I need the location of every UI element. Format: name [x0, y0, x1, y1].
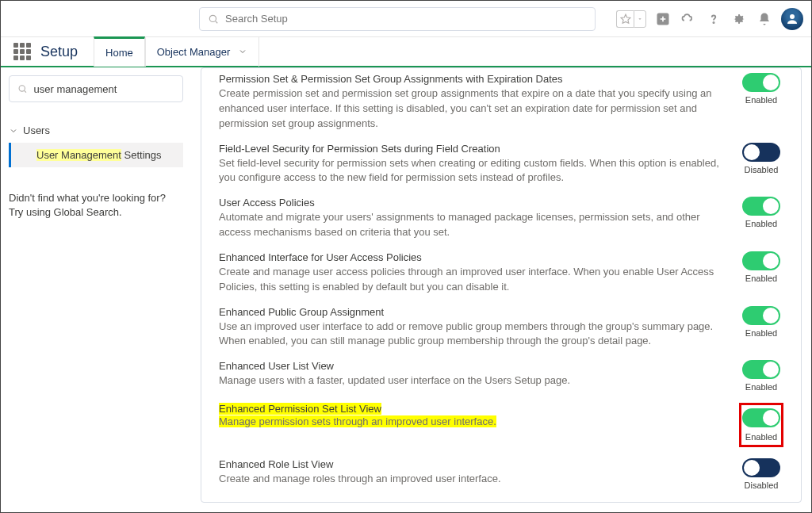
add-icon[interactable] [654, 10, 672, 28]
toggle-state-label: Disabled [745, 480, 779, 490]
help-line: Didn't find what you're looking for? [9, 191, 183, 205]
toggle-state-label: Enabled [745, 432, 777, 442]
favorite-icon[interactable] [616, 10, 634, 28]
setting-row: Enhanced User List ViewManage users with… [219, 360, 783, 392]
toggle-column: Enabled [739, 306, 783, 338]
global-search-input[interactable] [225, 13, 587, 25]
setting-title: Enhanced Interface for User Access Polic… [219, 251, 726, 263]
app-launcher-icon[interactable] [13, 43, 31, 60]
setting-desc: Use an improved user interface to add or… [219, 320, 726, 350]
toggle-column: Enabled [739, 251, 783, 283]
setting-text: Enhanced User List ViewManage users with… [219, 360, 726, 389]
svg-point-0 [209, 15, 216, 21]
help-icon[interactable] [705, 10, 722, 28]
tree-label[interactable]: Users [9, 121, 183, 140]
setting-title: Field-Level Security for Permission Sets… [219, 143, 726, 155]
toggle-state-label: Disabled [745, 165, 779, 174]
toggle-switch[interactable] [742, 458, 780, 477]
app-name: Setup [40, 44, 78, 60]
favorites-group [616, 10, 646, 28]
setting-row: Enhanced Permission Set List ViewManage … [219, 403, 783, 447]
setting-title: User Access Policies [219, 197, 726, 209]
tab-label: Home [105, 47, 133, 59]
toggle-column: Enabled [739, 360, 783, 392]
tab-home[interactable]: Home [94, 36, 145, 67]
svg-line-7 [25, 90, 26, 92]
setting-text: Enhanced Public Group AssignmentUse an i… [219, 306, 726, 350]
toggle-switch[interactable] [742, 408, 780, 427]
setting-row: Enhanced Public Group AssignmentUse an i… [219, 306, 783, 350]
search-icon [17, 83, 28, 94]
toggle-column: Enabled [739, 403, 783, 447]
setting-desc: Automate and migrate your users' assignm… [219, 210, 726, 240]
bell-icon[interactable] [756, 10, 773, 28]
header-actions [616, 8, 803, 30]
sidebar-search[interactable] [9, 75, 183, 102]
setting-desc: Manage users with a faster, updated user… [219, 373, 726, 389]
gear-icon[interactable] [730, 10, 748, 28]
tab-object-manager[interactable]: Object Manager [145, 36, 260, 67]
setting-title: Enhanced Permission Set List View [219, 403, 381, 415]
setting-desc: Set field-level security for permission … [219, 156, 726, 186]
toggle-switch[interactable] [742, 251, 780, 270]
context-nav: Setup Home Object Manager [1, 37, 811, 67]
setting-row: User Access PoliciesAutomate and migrate… [219, 197, 783, 240]
setting-desc: Create permission set and permission set… [219, 86, 726, 132]
toggle-column: Enabled [739, 73, 783, 105]
help-line: Try using Global Search. [9, 205, 183, 220]
toggle-switch[interactable] [742, 143, 780, 162]
global-search[interactable] [199, 7, 596, 31]
chevron-down-icon [9, 126, 18, 136]
svg-point-4 [713, 21, 714, 22]
tree-label-text: Users [23, 124, 50, 136]
svg-marker-2 [621, 14, 630, 23]
tree-node-users[interactable]: Users User Management Settings [9, 121, 183, 167]
toggle-state-label: Enabled [745, 274, 777, 283]
svg-point-6 [19, 86, 25, 91]
toggle-state-label: Enabled [745, 219, 777, 228]
toggle-column: Enabled [739, 197, 783, 228]
setting-text: User Access PoliciesAutomate and migrate… [219, 197, 726, 240]
sidebar-item-user-management-settings[interactable]: User Management Settings [9, 143, 183, 167]
setting-row: Enhanced Role List ViewCreate and manage… [219, 458, 783, 490]
setting-text: Enhanced Permission Set List ViewManage … [219, 403, 726, 430]
main-layout: Users User Management Settings Didn't fi… [1, 67, 811, 512]
setting-desc: Manage permission sets through an improv… [219, 415, 496, 427]
avatar[interactable] [781, 8, 803, 30]
setting-row: Field-Level Security for Permission Sets… [219, 143, 783, 186]
toggle-switch[interactable] [742, 360, 780, 379]
toggle-state-label: Enabled [745, 382, 777, 392]
toggle-state-label: Enabled [745, 328, 777, 338]
toggle-column: Disabled [739, 143, 783, 174]
sidebar-help-text: Didn't find what you're looking for? Try… [9, 191, 183, 220]
setting-desc: Create and manage roles through an impro… [219, 472, 726, 487]
setting-desc: Create and manage user access policies t… [219, 265, 726, 295]
svg-point-5 [790, 14, 795, 19]
global-header [1, 1, 811, 37]
svg-line-1 [216, 21, 218, 23]
search-icon [208, 13, 219, 25]
toggle-state-label: Enabled [745, 95, 777, 105]
toggle-column: Disabled [739, 458, 783, 490]
setting-title: Enhanced Role List View [219, 458, 726, 470]
tree-item-rest: Settings [121, 149, 162, 161]
chevron-down-icon [238, 47, 247, 56]
setting-title: Permission Set & Permission Set Group As… [219, 73, 726, 85]
setting-text: Field-Level Security for Permission Sets… [219, 143, 726, 186]
main-panel: Permission Set & Permission Set Group As… [191, 67, 811, 512]
highlighted-match: User Management [36, 149, 121, 161]
setting-row: Enhanced Interface for User Access Polic… [219, 251, 783, 295]
toggle-switch[interactable] [742, 306, 780, 325]
toggle-switch[interactable] [742, 73, 780, 92]
setup-sidebar: Users User Management Settings Didn't fi… [1, 67, 191, 512]
toggle-switch[interactable] [742, 197, 780, 216]
setting-text: Permission Set & Permission Set Group As… [219, 73, 726, 132]
sidebar-search-input[interactable] [34, 83, 174, 95]
setting-text: Enhanced Role List ViewCreate and manage… [219, 458, 726, 487]
favorite-dropdown-icon[interactable] [634, 10, 646, 28]
setting-title: Enhanced User List View [219, 360, 726, 372]
setting-title: Enhanced Public Group Assignment [219, 306, 726, 318]
settings-card: Permission Set & Permission Set Group As… [201, 67, 802, 503]
salesforce-icon[interactable] [680, 10, 697, 28]
setting-row: Permission Set & Permission Set Group As… [219, 73, 783, 132]
